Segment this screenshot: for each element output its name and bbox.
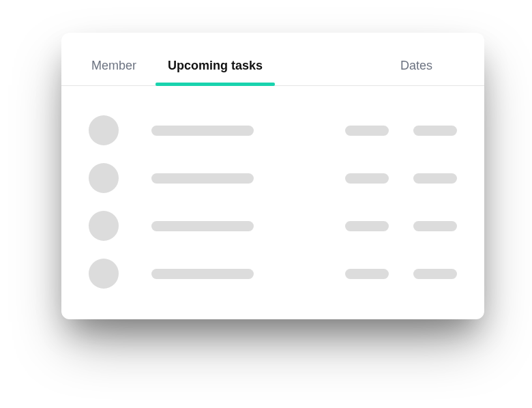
table-row[interactable] (89, 154, 457, 202)
tab-upcoming-tasks[interactable]: Upcoming tasks (162, 59, 268, 85)
date-start-placeholder (345, 173, 389, 184)
date-end-placeholder (413, 269, 457, 279)
date-start-placeholder (345, 126, 389, 136)
date-start-placeholder (345, 221, 389, 231)
task-placeholder (151, 269, 254, 279)
task-placeholder (151, 221, 254, 231)
table-row[interactable] (89, 202, 457, 250)
active-tab-indicator (156, 83, 275, 86)
task-placeholder (151, 126, 254, 136)
avatar (89, 163, 119, 193)
task-card: Member Upcoming tasks Dates (61, 33, 484, 319)
tab-bar: Member Upcoming tasks Dates (61, 33, 484, 86)
avatar (89, 211, 119, 241)
tab-upcoming-tasks-label: Upcoming tasks (168, 59, 263, 72)
date-end-placeholder (413, 126, 457, 136)
date-start-placeholder (345, 269, 389, 279)
avatar (89, 115, 119, 145)
avatar (89, 259, 119, 289)
task-placeholder (151, 173, 254, 184)
date-end-placeholder (413, 221, 457, 231)
task-list (61, 86, 484, 297)
table-row[interactable] (89, 106, 457, 154)
table-row[interactable] (89, 250, 457, 297)
tab-dates[interactable]: Dates (395, 59, 438, 85)
date-end-placeholder (413, 173, 457, 184)
tab-member[interactable]: Member (86, 59, 142, 85)
